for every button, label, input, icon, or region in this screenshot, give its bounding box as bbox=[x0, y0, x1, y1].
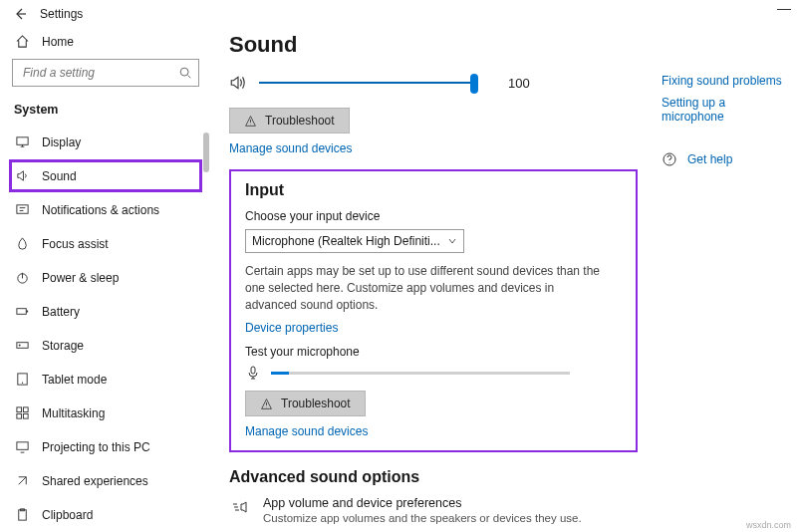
volume-value: 100 bbox=[508, 76, 530, 91]
focus-assist-icon bbox=[14, 236, 30, 251]
mic-level-fill bbox=[271, 372, 289, 375]
test-mic-label: Test your microphone bbox=[245, 345, 622, 359]
sidebar-item-label: Sound bbox=[42, 169, 77, 183]
sidebar-item-shared-experiences[interactable]: Shared experiences bbox=[10, 465, 201, 496]
sidebar-home[interactable]: Home bbox=[10, 28, 201, 59]
svg-point-7 bbox=[18, 345, 20, 347]
svg-point-9 bbox=[21, 383, 22, 384]
input-description: Certain apps may be set up to use differ… bbox=[245, 263, 604, 313]
svg-rect-6 bbox=[16, 343, 27, 349]
sidebar-item-label: Clipboard bbox=[42, 508, 93, 522]
multitasking-icon bbox=[14, 405, 30, 420]
microphone-icon bbox=[245, 365, 261, 381]
related-links: Fixing sound problems Setting up a micro… bbox=[662, 74, 785, 524]
tablet-icon bbox=[14, 372, 30, 387]
page-title: Sound bbox=[229, 32, 785, 58]
volume-slider[interactable] bbox=[259, 82, 478, 84]
input-device-selected: Microphone (Realtek High Definiti... bbox=[252, 234, 440, 248]
sidebar-item-notifications[interactable]: Notifications & actions bbox=[10, 194, 201, 225]
sidebar-item-battery[interactable]: Battery bbox=[10, 296, 201, 327]
sidebar-item-sound[interactable]: Sound bbox=[10, 160, 201, 191]
sidebar: Home System Display Sound Notifications … bbox=[0, 28, 209, 532]
sidebar-item-label: Battery bbox=[42, 305, 80, 319]
app-volume-title: App volume and device preferences bbox=[263, 496, 582, 510]
manage-output-devices-link[interactable]: Manage sound devices bbox=[229, 141, 352, 155]
sidebar-item-label: Focus assist bbox=[42, 237, 109, 251]
sidebar-item-focus-assist[interactable]: Focus assist bbox=[10, 228, 201, 259]
svg-rect-14 bbox=[16, 442, 27, 450]
svg-rect-12 bbox=[16, 413, 21, 418]
sidebar-home-label: Home bbox=[42, 35, 74, 49]
clipboard-icon bbox=[14, 507, 30, 522]
input-section: Input Choose your input device Microphon… bbox=[229, 169, 638, 452]
get-help-link[interactable]: Get help bbox=[687, 152, 732, 166]
battery-icon bbox=[14, 304, 30, 319]
sidebar-item-label: Display bbox=[42, 135, 81, 149]
input-heading: Input bbox=[245, 181, 622, 199]
back-button[interactable] bbox=[8, 2, 32, 26]
svg-rect-10 bbox=[16, 407, 21, 412]
svg-rect-5 bbox=[26, 311, 28, 313]
svg-rect-13 bbox=[23, 413, 28, 418]
sidebar-item-label: Tablet mode bbox=[42, 373, 107, 387]
choose-input-label: Choose your input device bbox=[245, 209, 622, 223]
warning-icon bbox=[244, 115, 257, 128]
chevron-down-icon bbox=[447, 236, 457, 246]
sidebar-item-power-sleep[interactable]: Power & sleep bbox=[10, 262, 201, 293]
app-volume-item[interactable]: App volume and device preferences Custom… bbox=[229, 496, 638, 524]
shared-icon bbox=[14, 473, 30, 488]
svg-point-0 bbox=[180, 68, 188, 76]
watermark: wsxdn.com bbox=[746, 520, 791, 530]
master-volume-row: 100 bbox=[229, 74, 638, 92]
fixing-sound-link[interactable]: Fixing sound problems bbox=[662, 74, 785, 88]
notifications-icon bbox=[14, 202, 30, 217]
sidebar-item-label: Multitasking bbox=[42, 406, 105, 420]
svg-rect-15 bbox=[18, 510, 26, 520]
window-title: Settings bbox=[40, 7, 83, 21]
help-icon bbox=[662, 151, 677, 167]
sidebar-item-label: Shared experiences bbox=[42, 474, 148, 488]
svg-rect-4 bbox=[16, 309, 25, 315]
advanced-heading: Advanced sound options bbox=[229, 468, 638, 486]
warning-icon bbox=[260, 398, 273, 410]
power-icon bbox=[14, 270, 30, 285]
sidebar-item-label: Storage bbox=[42, 339, 84, 353]
app-volume-icon bbox=[229, 496, 251, 524]
home-icon bbox=[14, 34, 30, 49]
display-icon bbox=[14, 134, 30, 149]
app-volume-desc: Customize app volumes and the speakers o… bbox=[263, 512, 582, 524]
sidebar-item-projecting[interactable]: Projecting to this PC bbox=[10, 431, 201, 462]
sidebar-item-label: Projecting to this PC bbox=[42, 440, 150, 454]
volume-thumb[interactable] bbox=[470, 74, 478, 94]
sound-icon bbox=[14, 168, 30, 183]
sidebar-item-storage[interactable]: Storage bbox=[10, 330, 201, 361]
projecting-icon bbox=[14, 439, 30, 454]
speaker-icon bbox=[229, 74, 247, 92]
svg-rect-2 bbox=[16, 205, 27, 213]
sidebar-item-multitasking[interactable]: Multitasking bbox=[10, 398, 201, 428]
mic-level-meter bbox=[271, 372, 570, 375]
minimize-button[interactable]: — bbox=[777, 0, 791, 16]
sidebar-item-display[interactable]: Display bbox=[10, 127, 201, 157]
search-icon bbox=[178, 66, 192, 80]
sidebar-item-clipboard[interactable]: Clipboard bbox=[10, 499, 201, 530]
svg-rect-11 bbox=[23, 407, 28, 412]
troubleshoot-input-button[interactable]: Troubleshoot bbox=[245, 391, 366, 416]
button-label: Troubleshoot bbox=[281, 397, 351, 410]
device-properties-link[interactable]: Device properties bbox=[245, 321, 338, 335]
svg-rect-17 bbox=[251, 367, 255, 374]
svg-rect-1 bbox=[16, 137, 27, 145]
sidebar-item-label: Power & sleep bbox=[42, 271, 119, 285]
button-label: Troubleshoot bbox=[265, 114, 335, 128]
sidebar-section-header: System bbox=[10, 99, 201, 127]
setting-up-mic-link[interactable]: Setting up a microphone bbox=[662, 96, 785, 124]
sidebar-item-label: Notifications & actions bbox=[42, 203, 159, 217]
storage-icon bbox=[14, 338, 30, 353]
search-box[interactable] bbox=[12, 59, 199, 87]
input-device-select[interactable]: Microphone (Realtek High Definiti... bbox=[245, 229, 464, 253]
sidebar-item-tablet-mode[interactable]: Tablet mode bbox=[10, 364, 201, 395]
manage-input-devices-link[interactable]: Manage sound devices bbox=[245, 424, 368, 438]
troubleshoot-output-button[interactable]: Troubleshoot bbox=[229, 108, 350, 133]
content-area: Sound 100 Troubleshoot Manage bbox=[209, 28, 797, 532]
search-input[interactable] bbox=[21, 65, 178, 81]
